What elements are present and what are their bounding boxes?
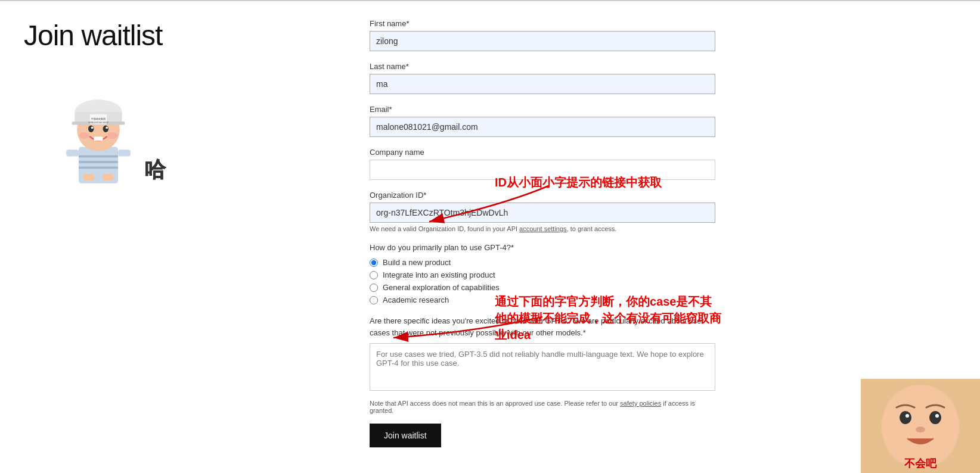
radio-general-exploration-label: General exploration of capabilities bbox=[383, 283, 500, 292]
svg-rect-16 bbox=[94, 136, 103, 141]
first-name-label: First name* bbox=[370, 19, 715, 28]
svg-point-10 bbox=[79, 132, 89, 139]
account-settings-link[interactable]: account settings bbox=[519, 225, 567, 232]
first-name-group: First name* bbox=[370, 19, 715, 51]
company-name-group: Company name bbox=[370, 148, 715, 180]
mascot-area: 中国雄安集团 CHINA XIONG'AN GROUP 哈哈哈 bbox=[60, 91, 167, 192]
radio-general-exploration[interactable]: General exploration of capabilities bbox=[370, 283, 715, 292]
form-section: First name* Last name* Email* Company na… bbox=[358, 19, 715, 456]
radio-integrate-existing[interactable]: Integrate into an existing product bbox=[370, 270, 715, 279]
last-name-group: Last name* bbox=[370, 62, 715, 94]
use-case-textarea[interactable] bbox=[370, 343, 715, 391]
org-id-label: Organization ID* bbox=[370, 191, 715, 200]
radio-general-exploration-input[interactable] bbox=[370, 284, 378, 292]
org-id-input[interactable] bbox=[370, 203, 715, 223]
radio-academic-research[interactable]: Academic research bbox=[370, 295, 715, 304]
svg-text:不会吧: 不会吧 bbox=[904, 458, 937, 469]
radio-build-new-product-label: Build a new product bbox=[383, 258, 451, 267]
radio-academic-research-label: Academic research bbox=[383, 295, 449, 304]
radio-build-new-product-input[interactable] bbox=[370, 259, 378, 267]
svg-point-29 bbox=[905, 414, 909, 418]
svg-point-13 bbox=[103, 126, 108, 132]
radio-build-new-product[interactable]: Build a new product bbox=[370, 258, 715, 267]
svg-rect-4 bbox=[66, 150, 79, 156]
svg-rect-3 bbox=[79, 167, 118, 169]
svg-point-27 bbox=[900, 411, 911, 424]
svg-rect-7 bbox=[103, 174, 114, 181]
svg-rect-1 bbox=[79, 155, 118, 158]
join-waitlist-button[interactable]: Join waitlist bbox=[370, 424, 441, 447]
company-name-label: Company name bbox=[370, 148, 715, 157]
svg-point-28 bbox=[929, 411, 941, 424]
svg-point-11 bbox=[107, 132, 117, 139]
svg-point-15 bbox=[106, 126, 108, 129]
use-case-label: Are there specific ideas you're excited … bbox=[370, 315, 715, 338]
org-id-helper: We need a valid Organization ID, found i… bbox=[370, 225, 715, 232]
svg-rect-6 bbox=[83, 174, 95, 181]
svg-rect-25 bbox=[861, 379, 980, 473]
radio-academic-research-input[interactable] bbox=[370, 296, 378, 304]
safety-policies-link[interactable]: safety policies bbox=[620, 400, 661, 407]
svg-point-14 bbox=[91, 126, 94, 129]
gpt4-usage-label: How do you primarily plan to use GPT-4?* bbox=[370, 243, 715, 252]
svg-rect-2 bbox=[79, 161, 118, 163]
svg-point-30 bbox=[935, 414, 939, 418]
email-input[interactable] bbox=[370, 117, 715, 137]
use-case-group: Are there specific ideas you're excited … bbox=[370, 315, 715, 393]
org-id-group: Organization ID* We need a valid Organiz… bbox=[370, 191, 715, 232]
first-name-input[interactable] bbox=[370, 31, 715, 51]
svg-point-31 bbox=[916, 427, 925, 432]
note-text: Note that API access does not mean this … bbox=[370, 400, 715, 414]
svg-text:中国雄安集团: 中国雄安集团 bbox=[91, 117, 106, 120]
svg-text:CHINA XIONG'AN GROUP: CHINA XIONG'AN GROUP bbox=[88, 122, 108, 124]
last-name-input[interactable] bbox=[370, 74, 715, 94]
email-group: Email* bbox=[370, 105, 715, 137]
company-name-input[interactable] bbox=[370, 160, 715, 180]
svg-point-12 bbox=[88, 126, 94, 132]
baby-photo: 不会吧 bbox=[861, 379, 980, 473]
radio-integrate-existing-label: Integrate into an existing product bbox=[383, 270, 495, 279]
page-title: Join waitlist bbox=[24, 19, 358, 52]
last-name-label: Last name* bbox=[370, 62, 715, 71]
mascot-figure: 中国雄安集团 CHINA XIONG'AN GROUP bbox=[60, 91, 137, 192]
radio-integrate-existing-input[interactable] bbox=[370, 271, 378, 279]
email-label: Email* bbox=[370, 105, 715, 114]
svg-rect-5 bbox=[118, 150, 131, 156]
svg-point-26 bbox=[882, 385, 959, 468]
gpt4-usage-group: How do you primarily plan to use GPT-4?*… bbox=[370, 243, 715, 304]
